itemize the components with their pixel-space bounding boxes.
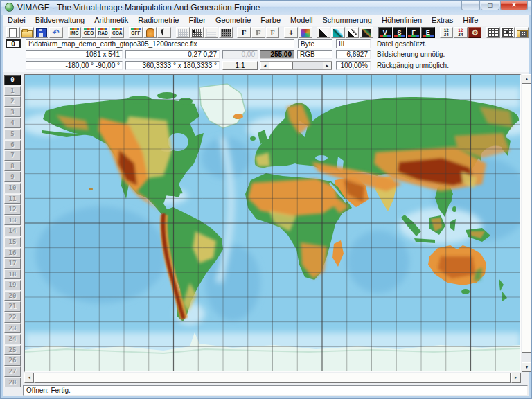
- dimensions-field[interactable]: 1081 x 541: [26, 50, 123, 59]
- channels-field[interactable]: III: [336, 39, 371, 48]
- image-slot-button-22[interactable]: 22: [4, 312, 21, 323]
- pointer-button[interactable]: [157, 27, 171, 38]
- grid-center-button[interactable]: [501, 27, 515, 38]
- image-slot-button-5[interactable]: 5: [4, 129, 21, 139]
- image-slot-button-3[interactable]: 3: [4, 107, 21, 118]
- menu-item-höhenlinien[interactable]: Höhenlinien: [377, 15, 427, 25]
- image-slot-button-0[interactable]: 0: [4, 75, 21, 85]
- image-slot-button-17[interactable]: 17: [4, 258, 21, 269]
- menu-item-arithmetik[interactable]: Arithmetik: [89, 15, 133, 25]
- settings-gear-button[interactable]: ⚙: [468, 27, 482, 38]
- image-slot-button-14[interactable]: 14: [4, 226, 21, 236]
- pan-track[interactable]: [293, 62, 323, 69]
- image-slot-button-9[interactable]: 9: [4, 172, 21, 182]
- geo-layer-button[interactable]: GEO: [82, 27, 96, 38]
- font-bold-button[interactable]: F: [237, 27, 251, 38]
- s-mode-button[interactable]: S: [393, 27, 407, 38]
- raster-faint-button[interactable]: [204, 27, 218, 38]
- save-button[interactable]: [35, 27, 48, 38]
- image-slot-button-13[interactable]: 13: [4, 215, 21, 226]
- world-map-image[interactable]: [25, 75, 520, 371]
- image-slot-button-16[interactable]: 16: [4, 248, 21, 258]
- image-slot-button-6[interactable]: 6: [4, 140, 21, 150]
- max-value-field[interactable]: 255,00: [260, 50, 294, 59]
- pan-hand-button[interactable]: [143, 27, 157, 38]
- raster-light-button[interactable]: [176, 27, 190, 38]
- menu-item-extras[interactable]: Extras: [427, 15, 458, 25]
- minimize-button[interactable]: —: [461, 0, 480, 10]
- raster-dark-button[interactable]: [219, 27, 233, 38]
- image-slot-button-26[interactable]: 26: [4, 355, 21, 366]
- zoom-reset-button[interactable]: 1:1: [222, 61, 258, 70]
- f-mode-button[interactable]: F: [407, 27, 420, 38]
- grid-overlay-button[interactable]: [486, 27, 500, 38]
- origin-field[interactable]: -180,00 ° -90,00 °: [26, 61, 123, 70]
- image-slot-button-20[interactable]: 20: [4, 291, 21, 301]
- contrast-color-button[interactable]: [360, 27, 373, 38]
- horizontal-scroll-thumb[interactable]: [34, 373, 511, 383]
- pixel-type-field[interactable]: Byte: [298, 39, 332, 48]
- menu-item-modell[interactable]: Modell: [285, 15, 317, 25]
- image-slot-button-21[interactable]: 21: [4, 301, 21, 312]
- menu-item-filter[interactable]: Filter: [184, 15, 210, 25]
- pan-thumb[interactable]: [269, 62, 293, 69]
- font-outline-button[interactable]: F: [251, 27, 265, 38]
- image-slot-button-12[interactable]: 12: [4, 204, 21, 215]
- scroll-left-arrow-icon[interactable]: ◄: [24, 373, 34, 383]
- image-slot-button-19[interactable]: 19: [4, 280, 21, 290]
- pan-left-arrow-icon[interactable]: ◄: [260, 62, 269, 69]
- map-canvas[interactable]: [24, 74, 521, 372]
- multiview-button[interactable]: 1234: [440, 27, 454, 38]
- font-thin-button[interactable]: F: [266, 27, 280, 38]
- multiview-active-button[interactable]: 1234: [454, 27, 468, 38]
- close-button[interactable]: ✕: [500, 0, 528, 10]
- open-button[interactable]: [21, 27, 35, 38]
- menu-item-datei[interactable]: Datei: [3, 15, 30, 25]
- title-bar[interactable]: VIMAGE - The Virtual Image Manipulation …: [0, 0, 532, 15]
- coa-layer-button[interactable]: COA: [110, 27, 124, 38]
- e-mode-button[interactable]: E: [421, 27, 435, 38]
- img-layer-button[interactable]: IMG: [68, 27, 82, 38]
- extent-field[interactable]: 360,3333 ° x 180,3333 °: [125, 61, 220, 70]
- scroll-down-arrow-icon[interactable]: ▼: [522, 362, 532, 372]
- min-value-field[interactable]: 0,00: [222, 50, 258, 59]
- zoom-percent-field[interactable]: 100,00%: [336, 61, 371, 70]
- image-slot-button-27[interactable]: 27: [4, 366, 21, 377]
- file-path-field[interactable]: I:\data\rm_map_demo_earth_gtopo305_1200a…: [26, 39, 294, 48]
- menu-item-hilfe[interactable]: Hilfe: [458, 15, 483, 25]
- color-mode-field[interactable]: RGB: [297, 50, 332, 59]
- menu-item-farbe[interactable]: Farbe: [256, 15, 285, 25]
- pixel-size-field[interactable]: 0,27 0,27: [125, 50, 220, 59]
- v-mode-button[interactable]: V: [378, 27, 392, 38]
- menu-item-bildverwaltung[interactable]: Bildverwaltung: [30, 15, 90, 25]
- scroll-up-arrow-icon[interactable]: ▲: [522, 74, 532, 84]
- vertical-scrollbar[interactable]: ▲ ▼: [522, 74, 532, 372]
- image-slot-button-1[interactable]: 1: [4, 86, 21, 96]
- scroll-right-arrow-icon[interactable]: ►: [511, 373, 521, 383]
- contrast-slope-button[interactable]: [346, 27, 360, 38]
- image-slot-button-28[interactable]: 28: [4, 378, 21, 388]
- maximize-button[interactable]: ▢: [481, 0, 499, 10]
- menu-item-geometrie[interactable]: Geometrie: [211, 15, 256, 25]
- open-mosaic-button[interactable]: [515, 27, 529, 38]
- menu-item-schummerung[interactable]: Schummerung: [317, 15, 377, 25]
- contrast-cyan-button[interactable]: [331, 27, 345, 38]
- image-slot-button-24[interactable]: 24: [4, 334, 21, 344]
- image-slot-button-11[interactable]: 11: [4, 194, 21, 204]
- image-slot-button-10[interactable]: 10: [4, 183, 21, 193]
- horizontal-scrollbar[interactable]: ◄ ►: [24, 373, 521, 383]
- color-picker-button[interactable]: [299, 27, 312, 38]
- image-slot-button-25[interactable]: 25: [4, 345, 21, 355]
- pan-right-arrow-icon[interactable]: ►: [323, 62, 332, 69]
- rad-layer-button[interactable]: RAD: [96, 27, 110, 38]
- image-slot-button-23[interactable]: 23: [4, 323, 21, 334]
- active-slot-indicator[interactable]: 0: [6, 39, 21, 48]
- contrast-bw-button[interactable]: [317, 27, 330, 38]
- raster-dots-button[interactable]: [190, 27, 204, 38]
- off-button[interactable]: OFF: [129, 27, 143, 38]
- crosshair-button[interactable]: +: [284, 27, 298, 38]
- new-button[interactable]: [6, 27, 20, 38]
- image-slot-button-15[interactable]: 15: [4, 237, 21, 247]
- image-slot-button-4[interactable]: 4: [4, 118, 21, 128]
- image-slot-button-7[interactable]: 7: [4, 150, 21, 161]
